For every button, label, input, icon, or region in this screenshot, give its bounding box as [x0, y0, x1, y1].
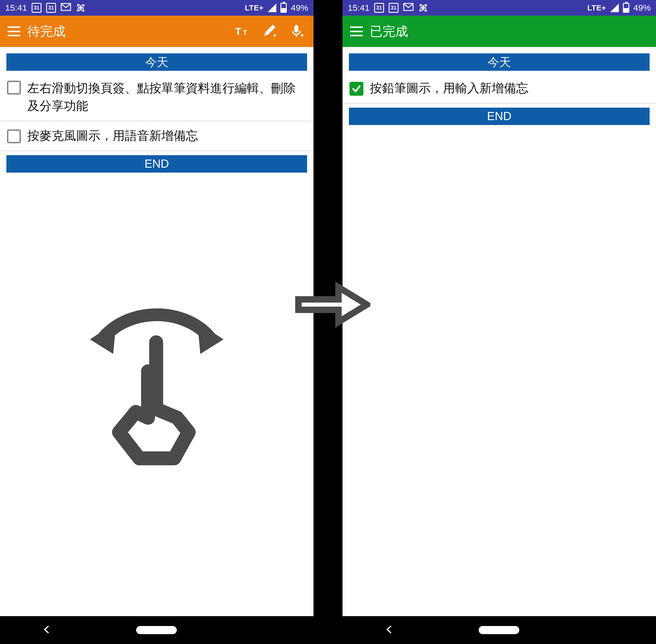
- page-title: 已完成: [370, 23, 650, 40]
- network-label: LTE+: [588, 3, 606, 13]
- swipe-gesture-icon: [81, 296, 232, 477]
- back-button[interactable]: [385, 625, 394, 635]
- checkbox-checked[interactable]: [349, 82, 364, 96]
- checkbox-unchecked[interactable]: [7, 130, 21, 143]
- system-nav-bar: [343, 616, 656, 644]
- pinwheel-icon: [418, 3, 428, 13]
- signal-icon: [610, 3, 619, 12]
- battery-percent: 49%: [291, 3, 308, 13]
- home-gesture-pill[interactable]: [479, 626, 519, 634]
- menu-icon[interactable]: [7, 26, 20, 36]
- svg-rect-2: [294, 25, 299, 32]
- status-bar: 15:41 31 31 LTE+ 49%: [343, 0, 656, 16]
- battery-icon: [280, 3, 287, 13]
- svg-text:T: T: [235, 26, 241, 37]
- screenshot-pair: 15:41 31 31 LTE+ 49% 待完成: [0, 0, 656, 644]
- section-header-end: END: [349, 108, 650, 125]
- status-bar: 15:41 31 31 LTE+ 49%: [0, 0, 313, 16]
- list-item-text: 按鉛筆圖示，用輸入新增備忘: [370, 79, 528, 97]
- phone-screen-pending: 15:41 31 31 LTE+ 49% 待完成: [0, 0, 313, 644]
- calendar-icon: 31: [374, 3, 384, 13]
- list-item[interactable]: 按鉛筆圖示，用輸入新增備忘: [343, 74, 656, 104]
- network-label: LTE+: [245, 3, 264, 13]
- calendar-icon: 31: [46, 3, 56, 13]
- content-pending: 今天 左右滑動切換頁簽、點按單筆資料進行編輯、刪除及分享功能 按麥克風圖示，用語…: [0, 53, 313, 172]
- section-header-today: 今天: [6, 53, 307, 71]
- battery-percent: 49%: [633, 3, 651, 13]
- transition-arrow-icon: [295, 278, 370, 332]
- status-time: 15:41: [348, 3, 370, 13]
- back-button[interactable]: [42, 625, 51, 635]
- list-item[interactable]: 按麥克風圖示，用語音新增備忘: [0, 121, 313, 151]
- pencil-add-icon[interactable]: [262, 24, 278, 39]
- content-completed: 今天 按鉛筆圖示，用輸入新增備忘 END: [343, 53, 656, 125]
- pinwheel-icon: [76, 3, 86, 13]
- mic-add-icon[interactable]: [290, 24, 305, 39]
- gmail-icon: [61, 3, 71, 13]
- phone-screen-completed: 15:41 31 31 LTE+ 49% 已完成 今天: [343, 0, 656, 644]
- calendar-icon: 31: [389, 3, 398, 13]
- section-header-end: END: [6, 155, 307, 172]
- nav-spacer: [262, 625, 271, 635]
- checkbox-unchecked[interactable]: [7, 80, 21, 95]
- gmail-icon: [403, 3, 414, 13]
- text-size-icon[interactable]: TT: [235, 24, 250, 39]
- system-nav-bar: [0, 616, 313, 644]
- svg-text:T: T: [243, 29, 247, 37]
- list-item[interactable]: 左右滑動切換頁簽、點按單筆資料進行編輯、刪除及分享功能: [0, 74, 313, 121]
- nav-spacer: [604, 625, 614, 635]
- menu-icon[interactable]: [350, 26, 363, 36]
- battery-icon: [623, 3, 629, 13]
- section-header-today: 今天: [349, 53, 650, 71]
- status-time: 15:41: [5, 3, 27, 13]
- list-item-text: 左右滑動切換頁簽、點按單筆資料進行編輯、刪除及分享功能: [27, 79, 307, 115]
- app-bar-completed: 已完成: [343, 16, 656, 47]
- calendar-icon: 31: [31, 3, 42, 13]
- signal-icon: [268, 3, 276, 12]
- page-title: 待完成: [27, 23, 235, 40]
- list-item-text: 按麥克風圖示，用語音新增備忘: [27, 127, 198, 145]
- app-bar-pending: 待完成 TT: [0, 16, 313, 47]
- home-gesture-pill[interactable]: [136, 626, 177, 634]
